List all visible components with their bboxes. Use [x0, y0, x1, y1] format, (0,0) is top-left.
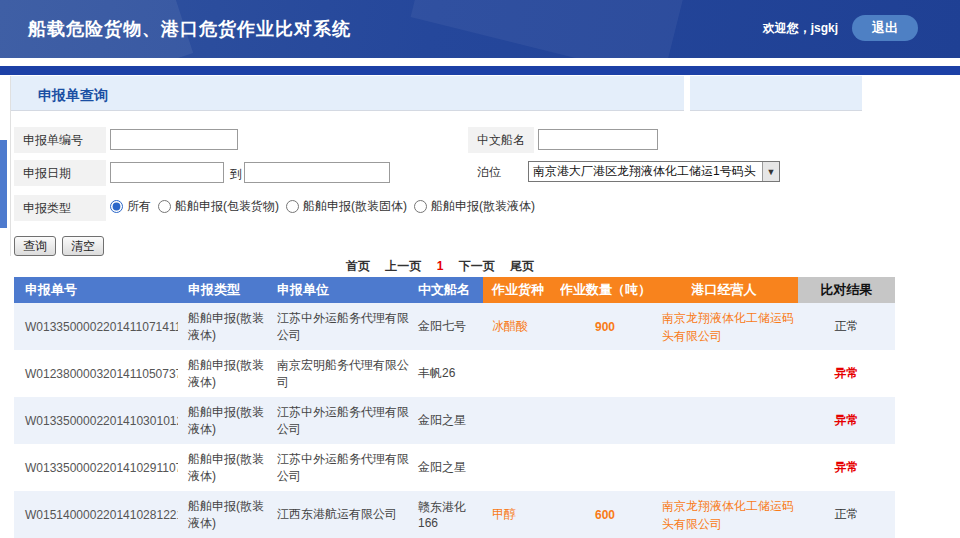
- cell-decl-no: W013350000220141107141109: [14, 320, 178, 334]
- cell-decl-type: 船舶申报(散装液体): [178, 310, 268, 344]
- cell-result: 异常: [798, 412, 895, 429]
- ship-name-label: 中文船名: [468, 127, 534, 153]
- radio-bulk-liquid[interactable]: [414, 200, 427, 213]
- cell-qty: 900: [560, 320, 650, 334]
- table-row[interactable]: W012380000320141105073753 船舶申报(散装液体) 南京宏…: [14, 350, 895, 397]
- radio-option-bulk-solid[interactable]: 船舶申报(散装固体): [286, 198, 407, 215]
- radio-all[interactable]: [110, 200, 123, 213]
- result-badge: 正常: [835, 507, 859, 521]
- page-next-link[interactable]: 下一页: [459, 259, 495, 273]
- table-row[interactable]: W013350000220141030101217 船舶申报(散装液体) 江苏中…: [14, 397, 895, 444]
- page-current: 1: [437, 259, 444, 273]
- radio-packaged[interactable]: [158, 200, 171, 213]
- radio-bulk-solid[interactable]: [286, 200, 299, 213]
- table-row[interactable]: W015140000220141028122151 船舶申报(散装液体) 江西东…: [14, 491, 895, 538]
- page-first-link[interactable]: 首页: [346, 259, 370, 273]
- radio-option-label: 船舶申报(包装货物): [175, 198, 279, 215]
- result-badge: 异常: [835, 413, 859, 427]
- dropdown-arrow-icon[interactable]: ▼: [762, 162, 779, 181]
- query-button[interactable]: 查询: [14, 236, 56, 256]
- radio-option-label: 船舶申报(散装液体): [431, 198, 535, 215]
- page-last-link[interactable]: 尾页: [510, 259, 534, 273]
- date-from-input[interactable]: [110, 162, 224, 183]
- cell-agency: 江苏中外运船务代理有限公司: [268, 404, 410, 438]
- cell-decl-type: 船舶申报(散装液体): [178, 357, 268, 391]
- cell-ship: 金阳七号: [410, 318, 483, 335]
- header-accent-strip: [0, 66, 960, 75]
- cell-decl-type: 船舶申报(散装液体): [178, 498, 268, 532]
- cell-ship: 金阳之星: [410, 412, 483, 429]
- cell-cargo: 冰醋酸: [483, 318, 560, 335]
- col-header-decl-no: 申报单号: [14, 277, 178, 303]
- col-header-agency: 申报单位: [268, 277, 410, 303]
- radio-option-all[interactable]: 所有: [110, 198, 151, 215]
- cell-qty: 600: [560, 508, 650, 522]
- col-header-operator: 港口经营人: [650, 277, 798, 303]
- decl-no-label: 申报单编号: [14, 127, 106, 153]
- radio-option-packaged[interactable]: 船舶申报(包装货物): [158, 198, 279, 215]
- date-to-input[interactable]: [244, 162, 390, 183]
- cell-decl-type: 船舶申报(散装液体): [178, 404, 268, 438]
- ship-name-input[interactable]: [538, 129, 658, 150]
- cell-decl-no: W013350000220141030101217: [14, 414, 178, 428]
- table-row[interactable]: W013350000220141107141109 船舶申报(散装液体) 江苏中…: [14, 303, 895, 350]
- header-user-area: 欢迎您，jsgkj 退出: [763, 14, 918, 42]
- cell-ship: 金阳之星: [410, 459, 483, 476]
- left-scroll-accent[interactable]: [0, 140, 7, 228]
- cell-decl-no: W013350000220141029110742: [14, 461, 178, 475]
- cell-agency: 江苏中外运船务代理有限公司: [268, 451, 410, 485]
- welcome-text: 欢迎您，jsgkj: [763, 20, 838, 37]
- cell-result: 正常: [798, 506, 895, 523]
- col-header-decl-type: 申报类型: [178, 277, 268, 303]
- cell-operator: 南京龙翔液体化工储运码头有限公司: [650, 309, 798, 345]
- result-badge: 异常: [835, 460, 859, 474]
- table-row[interactable]: W013350000220141029110742 船舶申报(散装液体) 江苏中…: [14, 444, 895, 491]
- col-header-result: 比对结果: [798, 277, 895, 303]
- page-prev-link[interactable]: 上一页: [385, 259, 421, 273]
- cell-agency: 江西东港航运有限公司: [268, 506, 410, 523]
- result-badge: 正常: [835, 319, 859, 333]
- decl-no-input[interactable]: [110, 129, 238, 150]
- date-to-label: 到: [230, 166, 242, 183]
- clear-button[interactable]: 清空: [62, 236, 104, 256]
- berth-selected-value: 南京港大厂港区龙翔液体化工储运1号码头: [529, 163, 762, 180]
- berth-select[interactable]: 南京港大厂港区龙翔液体化工储运1号码头 ▼: [528, 161, 780, 182]
- result-badge: 异常: [835, 366, 859, 380]
- col-header-cargo: 作业货种: [483, 277, 560, 303]
- date-label: 申报日期: [14, 160, 106, 186]
- app-header: 船载危险货物、港口危货作业比对系统 欢迎您，jsgkj 退出: [0, 0, 960, 58]
- cell-result: 正常: [798, 318, 895, 335]
- col-header-qty: 作业数量（吨）: [560, 277, 650, 303]
- cell-decl-no: W012380000320141105073753: [14, 367, 178, 381]
- cell-result: 异常: [798, 365, 895, 382]
- cell-operator: 南京龙翔液体化工储运码头有限公司: [650, 497, 798, 533]
- page-title: 申报单查询: [38, 87, 108, 105]
- section-header-band-right: [690, 76, 862, 111]
- app-title: 船载危险货物、港口危货作业比对系统: [28, 17, 351, 41]
- section-header-band: 申报单查询: [10, 76, 684, 111]
- results-table: 申报单号 申报类型 申报单位 中文船名 作业货种 作业数量（吨） 港口经营人 比…: [14, 277, 895, 538]
- cell-agency: 南京宏明船务代理有限公司: [268, 357, 410, 391]
- header-decor-shape: [411, 0, 690, 58]
- col-header-ship: 中文船名: [410, 277, 483, 303]
- cell-ship: 赣东港化166: [410, 499, 483, 530]
- cell-decl-type: 船舶申报(散装液体): [178, 451, 268, 485]
- decl-type-radio-group: 所有 船舶申报(包装货物) 船舶申报(散装固体) 船舶申报(散装液体): [110, 198, 535, 215]
- cell-cargo: 甲醇: [483, 506, 560, 523]
- radio-option-label: 船舶申报(散装固体): [303, 198, 407, 215]
- cell-result: 异常: [798, 459, 895, 476]
- pagination: 首页 上一页 1 下一页 尾页: [0, 258, 880, 275]
- cell-agency: 江苏中外运船务代理有限公司: [268, 310, 410, 344]
- table-header-row: 申报单号 申报类型 申报单位 中文船名 作业货种 作业数量（吨） 港口经营人 比…: [14, 277, 895, 303]
- radio-option-label: 所有: [127, 198, 151, 215]
- left-border-line: [10, 76, 11, 256]
- cell-decl-no: W015140000220141028122151: [14, 508, 178, 522]
- decl-type-label: 申报类型: [14, 195, 106, 221]
- logout-button[interactable]: 退出: [852, 15, 918, 41]
- radio-option-bulk-liquid[interactable]: 船舶申报(散装液体): [414, 198, 535, 215]
- cell-ship: 丰帆26: [410, 365, 483, 382]
- berth-label: 泊位: [468, 159, 528, 185]
